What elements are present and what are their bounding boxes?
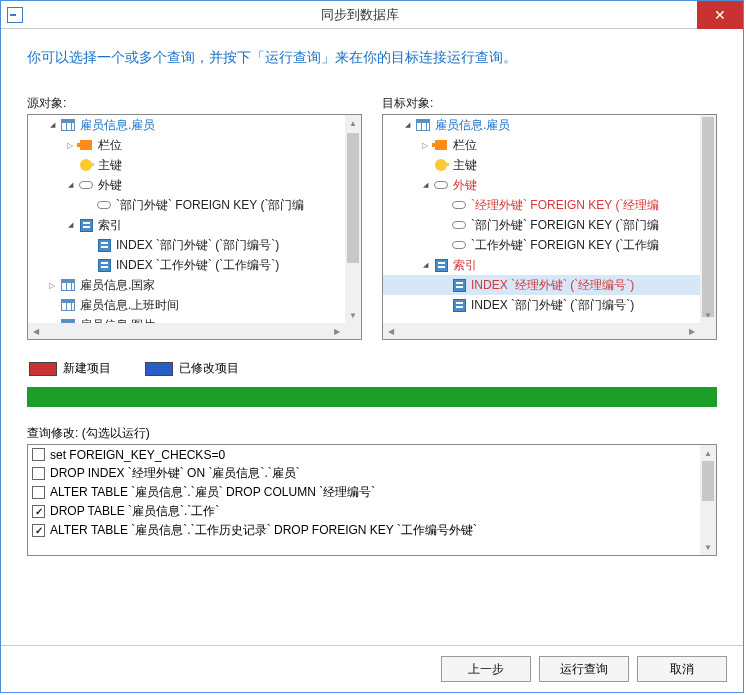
tree-toggle[interactable] bbox=[46, 119, 58, 131]
query-item[interactable]: ALTER TABLE `雇员信息`.`工作历史记录` DROP FOREIGN… bbox=[28, 521, 700, 540]
target-label: 目标对象: bbox=[382, 95, 717, 112]
legend-new-label: 新建项目 bbox=[63, 360, 111, 377]
query-checkbox[interactable] bbox=[32, 505, 45, 518]
tree-toggle[interactable] bbox=[419, 179, 431, 191]
tree-item-label: `工作外键` FOREIGN KEY (`工作编 bbox=[471, 237, 659, 254]
tree-item-label: 栏位 bbox=[98, 137, 122, 154]
tree-item[interactable]: 雇员信息.雇员 bbox=[28, 115, 345, 135]
source-tree: 雇员信息.雇员栏位主键外键`部门外键` FOREIGN KEY (`部门编索引I… bbox=[28, 115, 345, 323]
tree-item[interactable]: 雇员信息 图片 bbox=[28, 315, 345, 323]
scroll-down-icon[interactable]: ▼ bbox=[700, 539, 716, 555]
scrollbar-thumb[interactable] bbox=[702, 117, 714, 317]
scroll-right-icon[interactable]: ▶ bbox=[684, 323, 700, 339]
tree-item-label: INDEX `部门外键` (`部门编号`) bbox=[116, 237, 279, 254]
index-icon bbox=[433, 257, 449, 273]
instruction-text: 你可以选择一个或多个查询，并按下「运行查询」来在你的目标连接运行查询。 bbox=[27, 49, 717, 67]
link-icon bbox=[96, 197, 112, 213]
run-query-button[interactable]: 运行查询 bbox=[539, 656, 629, 682]
tree-item-label: INDEX `工作外键` (`工作编号`) bbox=[116, 257, 279, 274]
target-tree-box[interactable]: 雇员信息.雇员栏位主键外键`经理外键` FOREIGN KEY (`经理编`部门… bbox=[382, 114, 717, 340]
scroll-up-icon[interactable]: ▲ bbox=[345, 115, 361, 131]
scrollbar-horizontal[interactable]: ◀ ▶ bbox=[28, 323, 345, 339]
tree-item[interactable]: `部门外键` FOREIGN KEY (`部门编 bbox=[28, 195, 345, 215]
tree-toggle[interactable] bbox=[419, 139, 431, 151]
query-text: DROP INDEX `经理外键` ON `雇员信息`.`雇员` bbox=[50, 465, 300, 482]
scroll-right-icon[interactable]: ▶ bbox=[329, 323, 345, 339]
tree-toggle[interactable] bbox=[401, 119, 413, 131]
cancel-button[interactable]: 取消 bbox=[637, 656, 727, 682]
tree-item[interactable]: INDEX `部门外键` (`部门编号`) bbox=[28, 235, 345, 255]
scroll-up-icon[interactable]: ▲ bbox=[700, 445, 716, 461]
tree-item[interactable]: 雇员信息.雇员 bbox=[383, 115, 700, 135]
query-checkbox[interactable] bbox=[32, 486, 45, 499]
tree-item[interactable]: 主键 bbox=[383, 155, 700, 175]
close-button[interactable]: ✕ bbox=[697, 1, 743, 29]
scrollbar-vertical[interactable]: ▲ ▼ bbox=[345, 115, 361, 323]
scroll-left-icon[interactable]: ◀ bbox=[28, 323, 44, 339]
tree-item[interactable]: INDEX `经理外键` (`经理编号`) bbox=[383, 275, 700, 295]
key-icon bbox=[78, 157, 94, 173]
tree-item-label: INDEX `部门外键` (`部门编号`) bbox=[471, 297, 634, 314]
tree-item[interactable]: `经理外键` FOREIGN KEY (`经理编 bbox=[383, 195, 700, 215]
tree-toggle[interactable] bbox=[64, 219, 76, 231]
tree-item-label: 主键 bbox=[98, 157, 122, 174]
tree-item-label: `经理外键` FOREIGN KEY (`经理编 bbox=[471, 197, 659, 214]
link-icon bbox=[451, 217, 467, 233]
tree-item-label: 索引 bbox=[98, 217, 122, 234]
tree-item[interactable]: INDEX `部门外键` (`部门编号`) bbox=[383, 295, 700, 315]
scrollbar-thumb[interactable] bbox=[347, 133, 359, 263]
tree-item[interactable]: 雇员信息.上班时间 bbox=[28, 295, 345, 315]
tree-toggle[interactable] bbox=[64, 179, 76, 191]
scroll-left-icon[interactable]: ◀ bbox=[383, 323, 399, 339]
table-icon bbox=[60, 117, 76, 133]
query-checkbox[interactable] bbox=[32, 524, 45, 537]
source-label: 源对象: bbox=[27, 95, 362, 112]
source-pane: 源对象: 雇员信息.雇员栏位主键外键`部门外键` FOREIGN KEY (`部… bbox=[27, 95, 362, 340]
tree-item[interactable]: 栏位 bbox=[28, 135, 345, 155]
tree-toggle[interactable] bbox=[64, 139, 76, 151]
scroll-down-icon[interactable]: ▼ bbox=[345, 307, 361, 323]
tree-item-label: 外键 bbox=[98, 177, 122, 194]
query-list-box[interactable]: set FOREIGN_KEY_CHECKS=0DROP INDEX `经理外键… bbox=[27, 444, 717, 556]
titlebar: 同步到数据库 ✕ bbox=[1, 1, 743, 29]
scrollbar-thumb[interactable] bbox=[702, 461, 714, 501]
scroll-down-icon[interactable]: ▼ bbox=[700, 307, 716, 323]
tree-item[interactable]: INDEX `工作外键` (`工作编号`) bbox=[28, 255, 345, 275]
tree-item[interactable]: 索引 bbox=[28, 215, 345, 235]
tree-toggle[interactable] bbox=[46, 279, 58, 291]
tree-item-label: 雇员信息.雇员 bbox=[435, 117, 510, 134]
query-checkbox[interactable] bbox=[32, 448, 45, 461]
tree-item[interactable]: 外键 bbox=[383, 175, 700, 195]
progress-bar bbox=[27, 387, 717, 407]
query-item[interactable]: DROP INDEX `经理外键` ON `雇员信息`.`雇员` bbox=[28, 464, 700, 483]
field-icon bbox=[433, 137, 449, 153]
query-item[interactable]: DROP TABLE `雇员信息`.`工作` bbox=[28, 502, 700, 521]
tree-item[interactable]: `部门外键` FOREIGN KEY (`部门编 bbox=[383, 215, 700, 235]
target-pane: 目标对象: 雇员信息.雇员栏位主键外键`经理外键` FOREIGN KEY (`… bbox=[382, 95, 717, 340]
tree-item[interactable]: `工作外键` FOREIGN KEY (`工作编 bbox=[383, 235, 700, 255]
tree-item-label: 外键 bbox=[453, 177, 477, 194]
link-icon bbox=[451, 197, 467, 213]
tree-toggle[interactable] bbox=[419, 259, 431, 271]
link-icon bbox=[433, 177, 449, 193]
tree-item[interactable]: 主键 bbox=[28, 155, 345, 175]
scrollbar-horizontal[interactable]: ◀ ▶ bbox=[383, 323, 700, 339]
tree-item[interactable]: 栏位 bbox=[383, 135, 700, 155]
tree-item-label: 主键 bbox=[453, 157, 477, 174]
index-icon bbox=[451, 297, 467, 313]
footer-buttons: 上一步 运行查询 取消 bbox=[1, 645, 743, 692]
tree-item[interactable]: 雇员信息.国家 bbox=[28, 275, 345, 295]
query-item[interactable]: ALTER TABLE `雇员信息`.`雇员` DROP COLUMN `经理编… bbox=[28, 483, 700, 502]
scrollbar-vertical[interactable]: ▲ ▼ bbox=[700, 445, 716, 555]
scrollbar-vertical[interactable]: ▲ ▼ bbox=[700, 115, 716, 323]
back-button[interactable]: 上一步 bbox=[441, 656, 531, 682]
query-item[interactable]: set FOREIGN_KEY_CHECKS=0 bbox=[28, 445, 700, 464]
tree-item[interactable]: 索引 bbox=[383, 255, 700, 275]
app-icon bbox=[7, 7, 23, 23]
source-tree-box[interactable]: 雇员信息.雇员栏位主键外键`部门外键` FOREIGN KEY (`部门编索引I… bbox=[27, 114, 362, 340]
legend-modified: 已修改项目 bbox=[145, 360, 239, 377]
legend: 新建项目 已修改项目 bbox=[29, 360, 715, 377]
query-checkbox[interactable] bbox=[32, 467, 45, 480]
tree-item-label: 雇员信息.上班时间 bbox=[80, 297, 179, 314]
tree-item[interactable]: 外键 bbox=[28, 175, 345, 195]
